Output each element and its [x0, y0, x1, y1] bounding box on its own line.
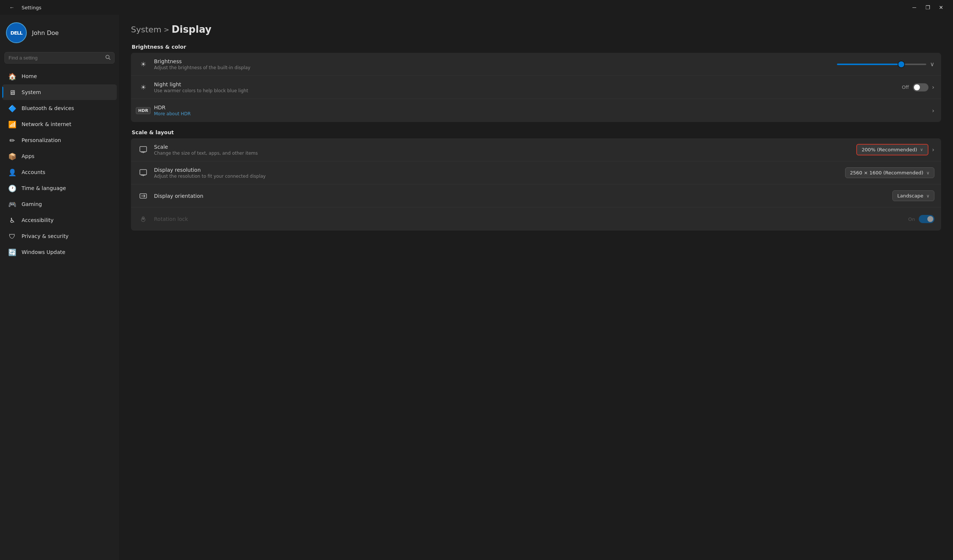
rotation-lock-toggle[interactable]	[919, 215, 934, 223]
home-nav-icon: 🏠	[8, 72, 16, 80]
night-light-icon: ☀	[138, 82, 149, 93]
time-nav-label: Time & language	[22, 185, 66, 191]
settings-row-display-resolution[interactable]: Display resolutionAdjust the resolution …	[131, 161, 941, 185]
section-title-brightness-color: Brightness & color	[131, 44, 941, 50]
svg-rect-5	[140, 169, 147, 175]
display-resolution-dropdown-value: 2560 × 1600 (Recommended)	[850, 170, 923, 175]
apps-nav-icon: 📦	[8, 152, 16, 160]
gaming-nav-icon: 🎮	[8, 200, 16, 208]
breadcrumb-current: Display	[171, 24, 211, 35]
dell-logo-text: DELL	[11, 30, 22, 36]
update-nav-icon: 🔄	[8, 248, 16, 256]
svg-rect-10	[143, 218, 144, 220]
settings-row-scale[interactable]: ScaleChange the size of text, apps, and …	[131, 138, 941, 161]
app-body: DELL John Doe 🏠 Home 🖥 System 🔷 Bluetoot…	[0, 15, 953, 560]
night-light-toggle[interactable]	[913, 83, 928, 92]
close-button[interactable]: ✕	[935, 3, 947, 12]
scale-text: ScaleChange the size of text, apps, and …	[154, 144, 851, 156]
gaming-nav-label: Gaming	[22, 201, 42, 207]
minimize-icon: ─	[913, 5, 916, 11]
personalization-nav-icon: ✏️	[8, 136, 16, 144]
bluetooth-nav-label: Bluetooth & devices	[22, 105, 74, 111]
hdr-icon: HDR	[138, 105, 149, 116]
settings-row-brightness[interactable]: ☀BrightnessAdjust the brightness of the …	[131, 53, 941, 76]
display-resolution-dropdown[interactable]: 2560 × 1600 (Recommended)∨	[845, 168, 934, 178]
maximize-icon: ❐	[925, 5, 930, 11]
scale-dropdown[interactable]: 200% (Recommended)∨	[856, 144, 928, 155]
dell-logo: DELL	[6, 22, 27, 43]
hdr-desc: More about HDR	[154, 111, 927, 116]
nav-container: 🏠 Home 🖥 System 🔷 Bluetooth & devices 📶 …	[0, 68, 119, 260]
breadcrumb-system[interactable]: System	[131, 25, 161, 34]
display-resolution-text: Display resolutionAdjust the resolution …	[154, 167, 840, 179]
sidebar-item-personalization[interactable]: ✏️ Personalization	[2, 132, 117, 148]
display-orientation-icon	[138, 191, 149, 202]
settings-group-brightness-color: ☀BrightnessAdjust the brightness of the …	[131, 53, 941, 122]
section-scale-layout: Scale & layoutScaleChange the size of te…	[131, 129, 941, 231]
display-orientation-dropdown[interactable]: Landscape∨	[892, 191, 934, 201]
sidebar-item-system[interactable]: 🖥 System	[2, 84, 117, 100]
sections-container: Brightness & color☀BrightnessAdjust the …	[131, 44, 941, 231]
sidebar-item-gaming[interactable]: 🎮 Gaming	[2, 196, 117, 212]
brightness-title: Brightness	[154, 58, 832, 64]
hdr-chevron[interactable]: ›	[932, 107, 934, 114]
hdr-title: HDR	[154, 104, 927, 110]
accessibility-nav-label: Accessibility	[22, 217, 54, 223]
svg-rect-6	[141, 175, 146, 175]
settings-row-hdr[interactable]: HDRHDRMore about HDR›	[131, 99, 941, 122]
svg-line-1	[109, 58, 110, 60]
sidebar-item-bluetooth[interactable]: 🔷 Bluetooth & devices	[2, 101, 117, 116]
sidebar-item-apps[interactable]: 📦 Apps	[2, 148, 117, 164]
sidebar-item-accounts[interactable]: 👤 Accounts	[2, 164, 117, 180]
maximize-button[interactable]: ❐	[922, 3, 934, 12]
sidebar-item-home[interactable]: 🏠 Home	[2, 68, 117, 84]
accessibility-nav-icon: ♿	[8, 216, 16, 224]
sidebar-item-time[interactable]: 🕐 Time & language	[2, 180, 117, 196]
night-light-toggle-label: Off	[902, 84, 909, 90]
search-icon	[105, 55, 110, 61]
minimize-button[interactable]: ─	[908, 3, 920, 12]
display-resolution-icon	[138, 168, 149, 178]
display-resolution-title: Display resolution	[154, 167, 840, 173]
hdr-text: HDRMore about HDR	[154, 104, 927, 116]
apps-nav-label: Apps	[22, 153, 34, 159]
scale-dropdown-chevron: ∨	[920, 147, 923, 152]
night-light-desc: Use warmer colors to help block blue lig…	[154, 88, 896, 93]
settings-row-rotation-lock[interactable]: Rotation lockOn	[131, 208, 941, 231]
back-button[interactable]: ←	[6, 3, 18, 12]
rotation-lock-toggle-label: On	[908, 216, 915, 222]
settings-row-night-light[interactable]: ☀Night lightUse warmer colors to help bl…	[131, 76, 941, 99]
settings-row-display-orientation[interactable]: Display orientationLandscape∨	[131, 185, 941, 208]
brightness-chevron[interactable]: ∨	[930, 60, 934, 68]
home-nav-label: Home	[22, 73, 37, 79]
sidebar-item-network[interactable]: 📶 Network & internet	[2, 116, 117, 132]
svg-rect-3	[141, 152, 146, 152]
privacy-nav-icon: 🛡	[8, 232, 16, 240]
display-orientation-text: Display orientation	[154, 193, 887, 199]
back-icon: ←	[9, 5, 14, 11]
display-orientation-dropdown-chevron: ∨	[926, 193, 930, 199]
profile-name: John Doe	[32, 29, 59, 36]
night-light-chevron[interactable]: ›	[932, 84, 934, 91]
rotation-lock-text: Rotation lock	[154, 216, 903, 222]
night-light-text: Night lightUse warmer colors to help blo…	[154, 81, 896, 93]
sidebar-item-update[interactable]: 🔄 Windows Update	[2, 244, 117, 260]
rotation-lock-title: Rotation lock	[154, 216, 903, 222]
main-content: System > Display Brightness & color☀Brig…	[119, 15, 953, 560]
svg-rect-2	[140, 146, 147, 152]
privacy-nav-label: Privacy & security	[22, 233, 68, 239]
search-input[interactable]	[9, 55, 102, 60]
brightness-control: ∨	[837, 60, 934, 68]
hdr-control: ›	[932, 107, 934, 114]
scale-chevron[interactable]: ›	[932, 146, 934, 153]
network-nav-icon: 📶	[8, 120, 16, 128]
scale-title: Scale	[154, 144, 851, 150]
search-box[interactable]	[5, 52, 115, 64]
sidebar-item-privacy[interactable]: 🛡 Privacy & security	[2, 228, 117, 244]
scale-dropdown-value: 200% (Recommended)	[861, 147, 917, 152]
scale-desc: Change the size of text, apps, and other…	[154, 150, 851, 156]
sidebar: DELL John Doe 🏠 Home 🖥 System 🔷 Bluetoot…	[0, 15, 119, 560]
sidebar-item-accessibility[interactable]: ♿ Accessibility	[2, 213, 117, 228]
accounts-nav-label: Accounts	[22, 169, 45, 175]
brightness-slider[interactable]	[837, 64, 926, 65]
